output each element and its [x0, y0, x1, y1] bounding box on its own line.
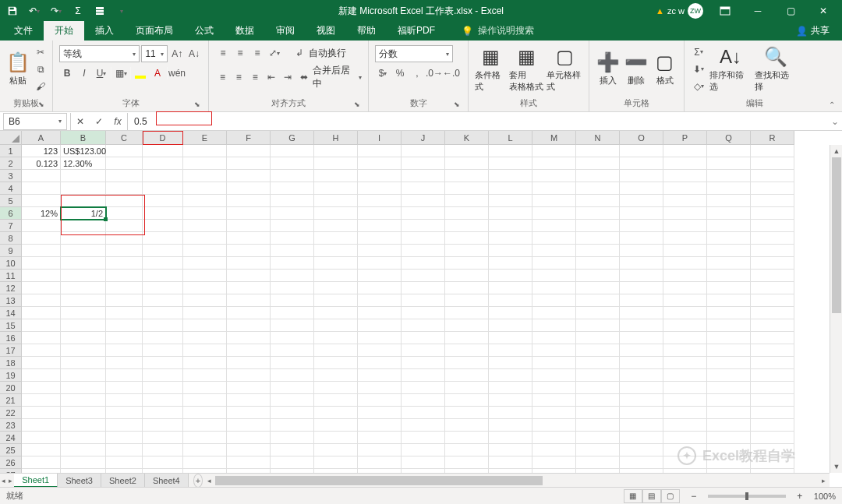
cell-H21[interactable] [314, 394, 358, 407]
cell-G18[interactable] [271, 357, 314, 369]
cell-H15[interactable] [314, 319, 358, 332]
cell-B9[interactable] [61, 245, 106, 257]
tell-me-search[interactable]: 💡 操作说明搜索 [457, 21, 539, 41]
row-header-22[interactable]: 22 [0, 407, 22, 419]
cell-B18[interactable] [61, 357, 106, 369]
worksheet-grid[interactable]: ABCDEFGHIJKLMNOPQR 1123US$123.0020.12312… [0, 131, 842, 473]
cell-M17[interactable] [532, 344, 576, 357]
close-button[interactable]: ✕ [808, 2, 839, 20]
cell-I7[interactable] [358, 220, 402, 232]
cell-P1[interactable] [663, 145, 707, 157]
tab-file[interactable]: 文件 [3, 21, 44, 41]
cell-J24[interactable] [402, 432, 445, 444]
column-header-A[interactable]: A [22, 131, 61, 145]
cell-R19[interactable] [751, 369, 794, 382]
cell-F15[interactable] [227, 319, 271, 332]
cell-G20[interactable] [271, 382, 314, 394]
cell-O3[interactable] [620, 170, 663, 182]
formula-input[interactable]: 0.5 [128, 116, 828, 127]
cell-B26[interactable] [61, 456, 106, 469]
cell-C21[interactable] [106, 394, 143, 407]
cell-P15[interactable] [663, 319, 707, 332]
cell-M6[interactable] [532, 207, 576, 220]
cell-D4[interactable] [143, 182, 183, 195]
cell-P8[interactable] [663, 232, 707, 245]
cell-Q13[interactable] [707, 294, 751, 307]
column-header-E[interactable]: E [183, 131, 227, 145]
cell-E8[interactable] [183, 232, 227, 245]
cell-A1[interactable]: 123 [22, 145, 61, 157]
cell-A22[interactable] [22, 407, 61, 419]
cell-E10[interactable] [183, 257, 227, 270]
cell-F13[interactable] [227, 294, 271, 307]
cell-P23[interactable] [663, 419, 707, 432]
cell-B15[interactable] [61, 319, 106, 332]
cell-G19[interactable] [271, 369, 314, 382]
cell-R10[interactable] [751, 257, 794, 270]
vscroll-thumb[interactable] [832, 157, 841, 313]
cell-P20[interactable] [663, 382, 707, 394]
cell-D17[interactable] [143, 344, 183, 357]
row-header-14[interactable]: 14 [0, 307, 22, 319]
expand-formula-bar-icon[interactable]: ⌄ [828, 116, 842, 127]
cell-Q21[interactable] [707, 394, 751, 407]
cell-R18[interactable] [751, 357, 794, 369]
minimize-button[interactable]: ─ [742, 2, 773, 20]
align-top-icon[interactable]: ≡ [215, 45, 231, 61]
cell-G8[interactable] [271, 232, 314, 245]
cell-E13[interactable] [183, 294, 227, 307]
cell-G11[interactable] [271, 270, 314, 282]
cell-K19[interactable] [445, 369, 489, 382]
cell-Q24[interactable] [707, 432, 751, 444]
share-button[interactable]: 👤 共享 [790, 21, 836, 41]
enter-formula-icon[interactable]: ✓ [90, 113, 108, 130]
underline-button[interactable]: U▾ [94, 65, 109, 81]
cell-B21[interactable] [61, 394, 106, 407]
cell-A23[interactable] [22, 419, 61, 432]
cell-K25[interactable] [445, 444, 489, 456]
cell-K2[interactable] [445, 157, 489, 170]
scroll-left-icon[interactable]: ◂ [203, 474, 215, 488]
cell-Q17[interactable] [707, 344, 751, 357]
cell-C2[interactable] [106, 157, 143, 170]
clipboard-launcher[interactable]: ⬊ [37, 100, 46, 110]
cell-K18[interactable] [445, 357, 489, 369]
cell-D26[interactable] [143, 456, 183, 469]
cell-I2[interactable] [358, 157, 402, 170]
cell-I21[interactable] [358, 394, 402, 407]
cell-D24[interactable] [143, 432, 183, 444]
cell-L25[interactable] [489, 444, 532, 456]
cell-N23[interactable] [576, 419, 620, 432]
cell-H22[interactable] [314, 407, 358, 419]
cell-N12[interactable] [576, 282, 620, 294]
cell-G24[interactable] [271, 432, 314, 444]
cell-K16[interactable] [445, 332, 489, 344]
cell-J16[interactable] [402, 332, 445, 344]
cell-O16[interactable] [620, 332, 663, 344]
cell-A4[interactable] [22, 182, 61, 195]
cell-E4[interactable] [183, 182, 227, 195]
cell-F26[interactable] [227, 456, 271, 469]
cell-C9[interactable] [106, 245, 143, 257]
cell-L7[interactable] [489, 220, 532, 232]
cell-P3[interactable] [663, 170, 707, 182]
cell-J22[interactable] [402, 407, 445, 419]
cell-K10[interactable] [445, 257, 489, 270]
cell-I19[interactable] [358, 369, 402, 382]
cell-O15[interactable] [620, 319, 663, 332]
cell-A10[interactable] [22, 257, 61, 270]
align-bottom-icon[interactable]: ≡ [249, 45, 265, 61]
cell-F1[interactable] [227, 145, 271, 157]
cell-F8[interactable] [227, 232, 271, 245]
cell-G15[interactable] [271, 319, 314, 332]
cell-D23[interactable] [143, 419, 183, 432]
cell-A25[interactable] [22, 444, 61, 456]
number-launcher[interactable]: ⬊ [452, 100, 462, 110]
cell-C23[interactable] [106, 419, 143, 432]
cell-A5[interactable] [22, 195, 61, 207]
cell-L2[interactable] [489, 157, 532, 170]
cell-M26[interactable] [532, 456, 576, 469]
cell-L17[interactable] [489, 344, 532, 357]
cell-L11[interactable] [489, 270, 532, 282]
cell-A6[interactable]: 12% [22, 207, 61, 220]
